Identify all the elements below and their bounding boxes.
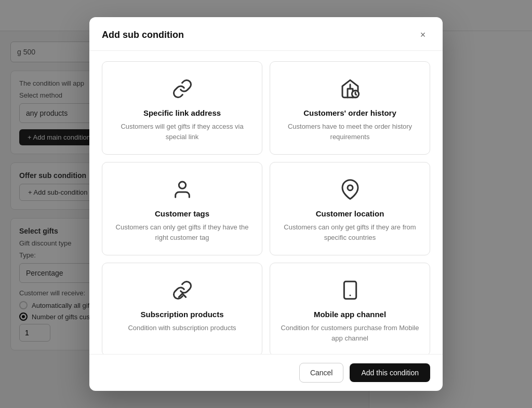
modal-footer: Cancel Add this condition bbox=[89, 354, 443, 391]
cancel-button[interactable]: Cancel bbox=[299, 363, 344, 383]
card-specific-link[interactable]: Specific link address Customers will get… bbox=[102, 61, 262, 155]
card-specific-link-title: Specific link address bbox=[143, 108, 221, 117]
modal-header: Add sub condition × bbox=[89, 17, 443, 51]
modal-body: Specific link address Customers will get… bbox=[89, 51, 443, 354]
card-order-history-title: Customers' order history bbox=[303, 108, 396, 117]
add-sub-condition-modal: Add sub condition × Specific link addres… bbox=[89, 17, 443, 391]
condition-cards-grid: Specific link address Customers will get… bbox=[102, 61, 430, 354]
order-history-icon bbox=[338, 76, 363, 101]
card-customer-location[interactable]: Customer location Customers can only get… bbox=[270, 162, 430, 255]
mobile-icon bbox=[338, 278, 363, 303]
add-this-condition-button[interactable]: Add this condition bbox=[350, 363, 430, 382]
card-mobile-app-title: Mobile app channel bbox=[314, 310, 386, 319]
card-subscription[interactable]: Subscription products Condition with sub… bbox=[102, 263, 262, 354]
subscription-icon bbox=[170, 278, 195, 303]
card-specific-link-desc: Customers will get gifts if they access … bbox=[113, 121, 251, 142]
location-icon bbox=[338, 177, 363, 202]
card-customer-tags[interactable]: Customer tags Customers can only get gif… bbox=[102, 162, 262, 255]
modal-close-button[interactable]: × bbox=[416, 28, 430, 42]
svg-point-2 bbox=[348, 185, 353, 191]
card-mobile-app[interactable]: Mobile app channel Condition for custome… bbox=[270, 263, 430, 354]
card-customer-location-title: Customer location bbox=[316, 209, 384, 218]
card-customer-location-desc: Customers can only get gifts if they are… bbox=[281, 222, 419, 242]
card-subscription-title: Subscription products bbox=[140, 310, 223, 319]
card-customer-tags-desc: Customers can only get gifts if they hav… bbox=[113, 222, 251, 242]
card-order-history-desc: Customers have to meet the order history… bbox=[281, 121, 419, 142]
card-mobile-app-desc: Condition for customers purchase from Mo… bbox=[281, 323, 419, 343]
person-icon bbox=[170, 177, 195, 202]
card-customer-tags-title: Customer tags bbox=[155, 209, 209, 218]
card-order-history[interactable]: Customers' order history Customers have … bbox=[270, 61, 430, 155]
link-icon bbox=[170, 76, 195, 101]
modal-title: Add sub condition bbox=[102, 30, 184, 40]
modal-overlay: Add sub condition × Specific link addres… bbox=[0, 0, 532, 408]
svg-rect-3 bbox=[344, 281, 356, 298]
card-subscription-desc: Condition with subscription products bbox=[128, 323, 236, 333]
svg-point-1 bbox=[179, 182, 185, 188]
